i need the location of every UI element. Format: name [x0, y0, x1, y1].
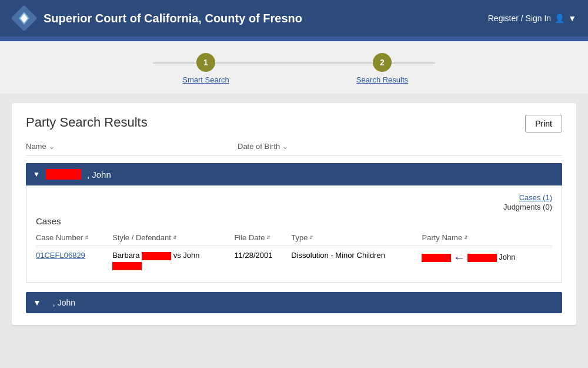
blue-accent-bar [0, 37, 588, 41]
filter-dob-col[interactable]: Date of Birth ⌄ [238, 142, 562, 151]
party-redacted [422, 254, 451, 262]
arrow-icon: ← [453, 251, 465, 264]
result-1-toggle[interactable]: ▼ [33, 170, 40, 178]
file-date-sort[interactable]: ⇵ [266, 236, 270, 240]
table-row: 01CEFL06829 Barbara vs John 11/28/2001 D… [36, 246, 552, 275]
result-1-links: Cases (1) Judgments (0) [36, 193, 552, 211]
stepper-container: 1 Smart Search 2 Search Results [0, 41, 588, 94]
filter-name-col[interactable]: Name ⌄ [26, 142, 238, 151]
step-1-circle: 1 [196, 53, 215, 72]
step-2[interactable]: 2 Search Results [294, 53, 470, 84]
step-1-label[interactable]: Smart Search [182, 75, 229, 84]
party-redacted-2 [467, 254, 497, 262]
cases-link[interactable]: Cases (1) [519, 193, 552, 202]
style-redacted-2 [112, 262, 142, 270]
main-content: Party Search Results Print Name ⌄ Date o… [0, 94, 588, 334]
table-header-row: Case Number ⇵ Style / Defendant ⇵ [36, 231, 552, 246]
th-case-number[interactable]: Case Number ⇵ [36, 231, 112, 246]
th-type[interactable]: Type ⇵ [291, 231, 422, 246]
result-2-header[interactable]: ▼ , John [26, 292, 562, 313]
name-filter-label: Name [26, 142, 46, 151]
header-left: Superior Court of California, County of … [12, 6, 302, 31]
judgments-label: Judgments (0) [503, 203, 552, 211]
header-title: Superior Court of California, County of … [44, 12, 302, 25]
court-logo [12, 6, 36, 31]
step-1[interactable]: 1 Smart Search [118, 53, 294, 84]
result-1-name-suffix: , John [87, 170, 111, 180]
th-style-defendant[interactable]: Style / Defendant ⇵ [112, 231, 234, 246]
party-name-sort[interactable]: ⇵ [464, 236, 468, 240]
case-number-sort[interactable]: ⇵ [85, 236, 89, 240]
result-1-body: Cases (1) Judgments (0) Cases Case Numbe… [26, 185, 562, 283]
style-sort[interactable]: ⇵ [173, 236, 177, 240]
party-name-cell: ← John [422, 246, 552, 275]
header-auth[interactable]: Register / Sign In 👤 ▼ [488, 14, 576, 23]
style-prefix: Barbara [112, 251, 139, 260]
cases-table: Case Number ⇵ Style / Defendant ⇵ [36, 231, 552, 275]
stepper: 1 Smart Search 2 Search Results [118, 53, 470, 84]
case-number-cell: 01CEFL06829 [36, 246, 112, 275]
result-2-toggle[interactable]: ▼ [33, 298, 41, 307]
th-file-date[interactable]: File Date ⇵ [234, 231, 291, 246]
th-party-name[interactable]: Party Name ⇵ [422, 231, 552, 246]
name-filter-arrow[interactable]: ⌄ [49, 142, 55, 151]
dropdown-arrow[interactable]: ▼ [568, 14, 576, 23]
step-2-circle: 2 [373, 53, 392, 72]
register-signin-label[interactable]: Register / Sign In [488, 14, 551, 23]
party-suffix: John [499, 253, 515, 261]
cases-section-label: Cases [36, 216, 552, 226]
type-sort[interactable]: ⇵ [309, 236, 313, 240]
user-icon: 👤 [554, 14, 564, 23]
style-cell: Barbara vs John [112, 246, 234, 275]
case-number-link[interactable]: 01CEFL06829 [36, 251, 85, 260]
dob-filter-label: Date of Birth [238, 142, 280, 151]
filter-row: Name ⌄ Date of Birth ⌄ [26, 142, 562, 156]
result-2-name-suffix: , John [53, 298, 75, 307]
style-redacted-1 [142, 252, 171, 260]
dob-filter-arrow[interactable]: ⌄ [282, 142, 288, 151]
results-card: Party Search Results Print Name ⌄ Date o… [12, 103, 576, 325]
result-1-redacted-name [46, 169, 81, 180]
file-date-cell: 11/28/2001 [234, 246, 291, 275]
step-2-label[interactable]: Search Results [356, 75, 408, 84]
result-1-header[interactable]: ▼ , John [26, 163, 562, 185]
style-vs: vs John [173, 251, 200, 260]
type-cell: Dissolution - Minor Children [291, 246, 422, 275]
header: Superior Court of California, County of … [0, 0, 588, 37]
card-header: Party Search Results Print [26, 115, 562, 132]
card-title: Party Search Results [26, 115, 148, 130]
print-button[interactable]: Print [525, 115, 562, 132]
